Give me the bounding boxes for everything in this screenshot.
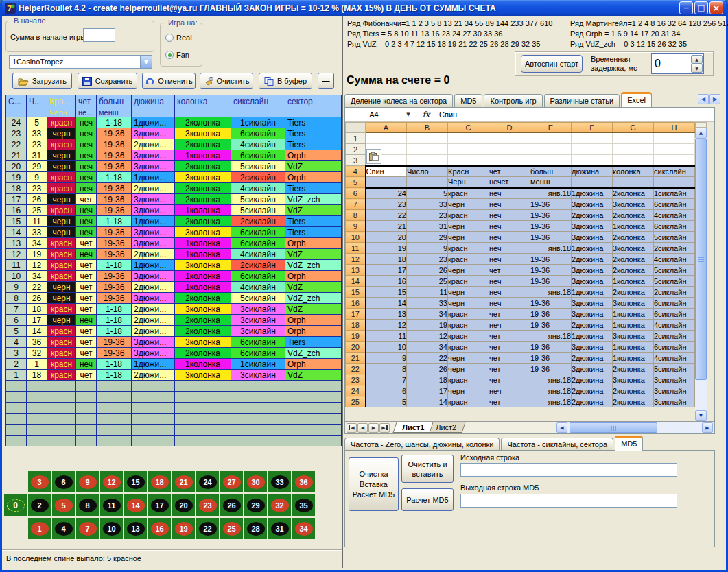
cell-E20[interactable]: 19-36 <box>530 342 572 353</box>
row-header-2[interactable]: 2 <box>346 144 366 155</box>
row-header-3[interactable]: 3 <box>346 155 366 166</box>
cell-G3[interactable] <box>613 155 654 166</box>
cell-E23[interactable]: янв.18 <box>530 374 572 385</box>
cell-E6[interactable]: янв.18 <box>530 188 572 199</box>
row-header-22[interactable]: 22 <box>346 364 366 374</box>
board-cell-15[interactable]: 15 <box>124 471 147 492</box>
cell-F16[interactable]: 3дюжина <box>572 298 613 309</box>
cell-F9[interactable]: 3дюжина <box>572 221 613 232</box>
cell-B16[interactable]: 33 <box>407 298 448 309</box>
row-header-9[interactable]: 9 <box>346 221 366 232</box>
cell-F5[interactable] <box>572 177 613 188</box>
cell-B22[interactable]: 26 <box>407 364 448 374</box>
column-header-D[interactable]: D <box>489 123 530 133</box>
board-cell-9[interactable]: 9 <box>76 471 99 492</box>
cell-F6[interactable]: 1дюжина <box>572 188 613 199</box>
board-cell-3[interactable]: 3 <box>28 471 51 492</box>
cell-F14[interactable]: 3дюжина <box>572 276 613 287</box>
cell-G24[interactable]: 2колонка <box>613 385 654 396</box>
vscroll-thumb[interactable] <box>695 139 707 380</box>
row-header-6[interactable]: 6 <box>346 188 366 199</box>
cell-G2[interactable] <box>613 144 654 155</box>
cell-E1[interactable] <box>530 133 572 144</box>
cell-A6[interactable]: 24 <box>366 188 407 199</box>
board-cell-11[interactable]: 11 <box>100 494 123 516</box>
cell-B23[interactable]: 18 <box>407 374 448 385</box>
cell-H5[interactable] <box>654 177 695 188</box>
scroll-right-icon[interactable]: ▶ <box>702 422 713 433</box>
cell-A5[interactable] <box>366 177 407 188</box>
cell-D14[interactable]: неч <box>489 276 530 287</box>
cell-C9[interactable]: черн <box>448 221 489 232</box>
cell-G22[interactable]: 2колонка <box>613 364 654 374</box>
grid-corner[interactable] <box>346 123 366 133</box>
bottom-tab-0[interactable]: Частота - Zero, шансы, дюжины, колонки <box>344 438 500 451</box>
board-cell-29[interactable]: 29 <box>244 494 267 516</box>
board-cell-35[interactable]: 35 <box>292 494 315 516</box>
row-header-25[interactable]: 25 <box>346 396 366 407</box>
cell-C12[interactable]: красн <box>448 254 489 265</box>
cell-B3[interactable] <box>407 155 448 166</box>
cell-D7[interactable]: неч <box>489 199 530 210</box>
cell-F11[interactable]: 1дюжина <box>572 243 613 254</box>
cell-H19[interactable]: 2сиклайн <box>654 331 695 342</box>
board-cell-18[interactable]: 18 <box>148 471 171 492</box>
cell-D13[interactable]: чет <box>489 265 530 276</box>
cell-name-box[interactable]: A4 <box>345 110 403 119</box>
cell-H24[interactable]: 3сиклайн <box>654 385 695 396</box>
board-cell-1[interactable]: 1 <box>28 518 51 539</box>
cell-G10[interactable]: 2колонка <box>613 232 654 243</box>
cell-G18[interactable]: 1колонка <box>613 320 654 331</box>
row-header-11[interactable]: 11 <box>346 243 366 254</box>
cell-H16[interactable]: 6сиклайн <box>654 298 695 309</box>
column-header-C[interactable]: C <box>448 123 489 133</box>
cell-G21[interactable]: 1колонка <box>613 353 654 364</box>
cell-E13[interactable]: 19-36 <box>530 265 572 276</box>
autospin-start-button[interactable]: Автоспин старт <box>521 55 583 73</box>
cell-A12[interactable]: 18 <box>366 254 407 265</box>
cell-G5[interactable] <box>613 177 654 188</box>
cell-A25[interactable]: 5 <box>366 396 407 407</box>
cell-B6[interactable]: 5 <box>407 188 448 199</box>
cell-E18[interactable]: 19-36 <box>530 320 572 331</box>
cell-D19[interactable]: чет <box>489 331 530 342</box>
tab-0[interactable]: Деление колеса на сектора <box>344 94 453 107</box>
tab-4[interactable]: Excel <box>621 92 652 107</box>
cell-D18[interactable]: неч <box>489 320 530 331</box>
column-header-H[interactable]: H <box>654 123 695 133</box>
source-string-input[interactable] <box>460 463 677 477</box>
cell-B8[interactable]: 23 <box>407 210 448 221</box>
split-box[interactable] <box>695 122 707 128</box>
cell-A9[interactable]: 21 <box>366 221 407 232</box>
tab-1[interactable]: MD5 <box>454 94 482 107</box>
cell-A23[interactable]: 7 <box>366 374 407 385</box>
hscroll-thumb[interactable] <box>570 422 657 433</box>
cell-G19[interactable]: 3колонка <box>613 331 654 342</box>
board-cell-25[interactable]: 25 <box>220 518 243 539</box>
cell-H18[interactable]: 4сиклайн <box>654 320 695 331</box>
cell-A4[interactable]: Спин <box>366 166 407 177</box>
column-header-E[interactable]: E <box>530 123 572 133</box>
board-cell-32[interactable]: 32 <box>268 494 291 516</box>
cell-H10[interactable]: 5сиклайн <box>654 232 695 243</box>
board-cell-30[interactable]: 30 <box>244 471 267 492</box>
row-header-24[interactable]: 24 <box>346 385 366 396</box>
cell-E21[interactable]: 19-36 <box>530 353 572 364</box>
cell-E22[interactable]: 19-36 <box>530 364 572 374</box>
board-cell-21[interactable]: 21 <box>172 471 195 492</box>
row-header-23[interactable]: 23 <box>346 374 366 385</box>
board-cell-26[interactable]: 26 <box>220 494 243 516</box>
cell-D5[interactable]: нечет <box>489 177 530 188</box>
cell-G8[interactable]: 2колонка <box>613 210 654 221</box>
board-cell-12[interactable]: 12 <box>100 471 123 492</box>
cell-H11[interactable]: 2сиклайн <box>654 243 695 254</box>
row-header-5[interactable]: 5 <box>346 177 366 188</box>
cell-B17[interactable]: 34 <box>407 309 448 320</box>
cell-D10[interactable]: неч <box>489 232 530 243</box>
cell-B2[interactable] <box>407 144 448 155</box>
sheet-tab-1[interactable]: Лист1 <box>393 422 434 433</box>
cell-E25[interactable]: янв.18 <box>530 396 572 407</box>
cell-E12[interactable]: 19-36 <box>530 254 572 265</box>
cell-F15[interactable]: 1дюжина <box>572 287 613 298</box>
cell-C13[interactable]: черн <box>448 265 489 276</box>
